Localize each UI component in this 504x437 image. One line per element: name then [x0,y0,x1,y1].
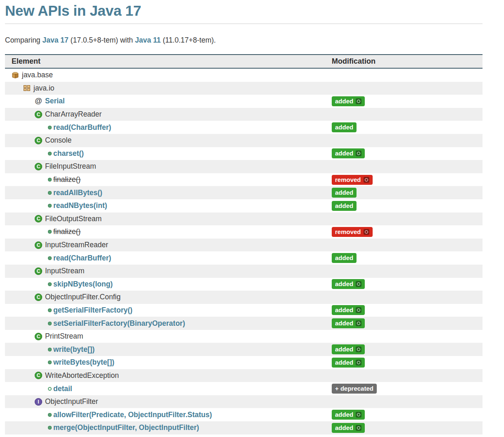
table-row: finalize() removed [5,173,483,186]
row-label: ObjectInputFilter.Config [45,293,121,301]
modification-cell: added [330,147,483,160]
row-label[interactable]: read(CharBuffer) [53,123,111,132]
modification-cell: added [330,121,483,134]
details-icon[interactable] [356,425,361,431]
table-row: C FileOutputStream [5,213,483,226]
row-label[interactable]: skipNBytes(long) [53,280,113,289]
class-icon: C [35,294,42,301]
details-icon[interactable] [364,229,369,235]
method-icon [48,178,52,181]
row-label: java.base [22,71,53,79]
modification-cell: added [330,95,483,108]
element-cell-inner: I ObjectInputFilter [5,395,330,408]
modification-cell [330,265,483,278]
row-label[interactable]: writeBytes(byte[]) [53,358,114,367]
class-icon: C [35,267,42,275]
row-label[interactable]: read(CharBuffer) [53,254,111,263]
element-cell-inner: java.base [5,69,330,82]
with-text: with [120,36,135,44]
badge-label: added [335,359,353,366]
added-badge: added [332,305,365,315]
badge-label: removed [335,228,361,236]
modification-cell [330,108,483,121]
api-diff-table: Element Modification java.base java.io [5,54,483,435]
details-icon[interactable] [356,360,361,365]
row-label[interactable]: allowFilter(Predicate, ObjectInputFilter… [53,411,212,419]
table-row: C Console [5,134,483,147]
modification-cell [330,69,483,82]
details-icon[interactable] [356,150,361,156]
element-cell-inner: C PrintStream [5,330,330,343]
method-icon [48,126,52,129]
method-icon [48,282,52,286]
badge-label: added [335,411,353,418]
row-label[interactable]: setSerialFilterFactory(BinaryOperator) [53,319,185,328]
table-row: writeBytes(byte[]) added [5,356,483,369]
title-divider [5,24,483,24]
modification-cell [330,213,483,226]
table-row: read(CharBuffer) added [5,121,483,134]
row-label[interactable]: merge(ObjectInputFilter, ObjectInputFilt… [53,423,199,432]
row-label[interactable]: readAllBytes() [53,189,102,197]
added-badge: added [332,410,365,420]
modification-cell: removed [330,173,483,186]
table-row: allowFilter(Predicate, ObjectInputFilter… [5,408,483,421]
row-label[interactable]: detail [53,384,72,393]
method-icon [48,426,52,430]
badge-label: added [335,189,353,196]
details-icon[interactable] [356,320,361,326]
modification-cell [330,369,483,382]
java17-link[interactable]: Java 17 [42,36,68,44]
details-icon[interactable] [356,412,361,418]
added-badge: added [332,96,365,106]
modification-cell: removed [330,225,483,239]
row-label[interactable]: readNBytes(int) [53,201,107,210]
row-label[interactable]: charset() [53,149,84,158]
modification-cell [330,160,483,173]
api-table-body: java.base java.io @ Serial added [5,68,483,435]
table-row: read(CharBuffer) added [5,251,483,265]
details-icon[interactable] [356,346,361,352]
element-cell-inner: C Console [5,134,330,147]
details-icon[interactable] [356,307,361,313]
added-badge: added [332,148,365,158]
interface-icon: I [35,398,42,406]
element-cell-inner: finalize() [5,225,330,239]
table-row: C InputStreamReader [5,239,483,252]
badge-label: added [335,202,353,210]
element-cell-inner: charset() [5,147,330,160]
modification-cell [330,82,483,95]
removed-badge: removed [332,175,373,185]
details-icon[interactable] [364,177,369,183]
element-cell-inner: C FileInputStream [5,160,330,173]
modification-cell: added [330,343,483,356]
modification-cell [330,239,483,252]
table-row: C CharArrayReader [5,108,483,121]
badge-label: + deprecated [335,385,373,392]
badge-label: added [335,150,353,157]
badge-label: added [335,98,353,105]
element-cell-inner: @ Serial [5,95,330,108]
row-label[interactable]: getSerialFilterFactory() [53,306,133,315]
row-label: finalize() [53,175,81,184]
details-icon[interactable] [356,281,361,287]
row-label[interactable]: write(byte[]) [53,345,95,354]
element-cell-inner: C ObjectInputFilter.Config [5,291,330,304]
modification-cell: added [330,317,483,330]
table-row: getSerialFilterFactory() added [5,304,483,317]
badge-label: added [335,424,353,432]
table-row: C WriteAbortedException [5,369,483,382]
row-label[interactable]: Serial [45,97,65,105]
modification-cell: added [330,251,483,265]
element-cell-inner: C InputStream [5,265,330,278]
comparison-summary: Comparing Java 17 (17.0.5+8-tem) with Ja… [5,36,483,45]
modification-cell: added [330,278,483,291]
table-row: readNBytes(int) added [5,199,483,213]
row-label: Console [45,136,71,145]
modification-cell [330,395,483,408]
row-label: InputStreamReader [45,241,108,249]
table-row: merge(ObjectInputFilter, ObjectInputFilt… [5,421,483,435]
table-row: @ Serial added [5,95,483,108]
details-icon[interactable] [356,98,361,104]
java11-link[interactable]: Java 11 [135,36,161,44]
